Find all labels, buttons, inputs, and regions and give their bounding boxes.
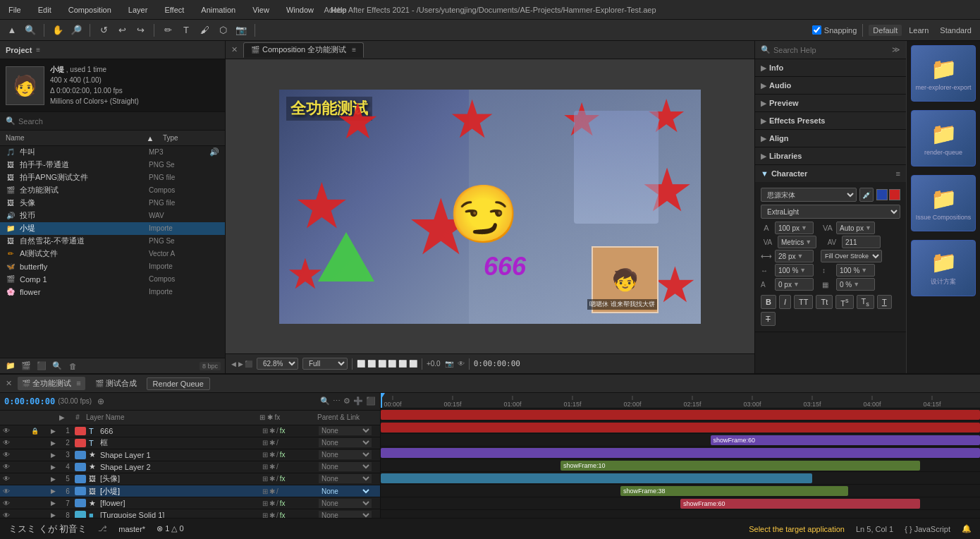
layer-6-expand[interactable]: ▶ (51, 487, 61, 495)
file-item-flower[interactable]: 🌸 flower Importe (0, 286, 225, 298)
tool-shape[interactable]: ⬡ (215, 23, 231, 38)
layer-2-expand[interactable]: ▶ (51, 440, 61, 447)
character-menu[interactable]: ≡ (896, 169, 900, 178)
baseline-value[interactable]: 0 px ▼ (775, 278, 814, 291)
tracking-value[interactable]: 211 (842, 236, 881, 248)
layer-1-expand[interactable]: ▶ (51, 428, 61, 435)
error-count[interactable]: ⊗ 1 △ 0 (157, 524, 183, 533)
tl-playhead[interactable] (381, 393, 382, 408)
new-solid-btn[interactable]: ⬛ (35, 360, 48, 373)
tl-bar-1[interactable] (381, 410, 980, 420)
comp-tab-active[interactable]: 🎬 Composition 全功能测试 ≡ (243, 42, 364, 58)
tool-brush[interactable]: 🖌 (197, 23, 212, 38)
layer-7-expand[interactable]: ▶ (51, 499, 61, 507)
tl-box-btn[interactable]: ⬛ (366, 396, 376, 406)
font-family-select[interactable]: 思源宋体 (761, 188, 857, 202)
align-section-header[interactable]: ▶ Align (755, 130, 906, 147)
timeline-tab-alt[interactable]: 🎬 测试合成 (91, 377, 141, 390)
character-section-header[interactable]: ▼ Character ≡ (755, 165, 906, 182)
layer-5-expand[interactable]: ▶ (51, 476, 61, 483)
menu-effect[interactable]: Effect (161, 4, 187, 16)
file-item-小堤[interactable]: 📁 小堤 Importe (0, 222, 225, 235)
comp-tab-close-btn[interactable]: ✕ (231, 45, 238, 54)
workspace-default[interactable]: Default (869, 25, 902, 36)
folder-item-export[interactable]: 📁 mer-explorer-export (911, 45, 976, 102)
tl-tab-menu[interactable]: ≡ (76, 379, 80, 387)
layer-6-vis[interactable]: 👁 (1, 487, 11, 495)
libraries-section-header[interactable]: ▶ Libraries (755, 147, 906, 164)
menu-file[interactable]: File (6, 4, 24, 16)
metrics-select-value[interactable]: Metrics ▼ (778, 236, 816, 248)
bold-btn[interactable]: B (761, 295, 776, 309)
find-btn[interactable]: 🔍 (51, 360, 63, 373)
tl-bar-4[interactable] (381, 448, 980, 458)
new-comp-btn[interactable]: 🎬 (20, 360, 32, 373)
layer-row-7[interactable]: 👁 ▶ 7 ★ [flower] ⊞✱/fx None (0, 497, 380, 509)
zoom-select[interactable]: 62.8% 100% 50% 25% (257, 358, 298, 370)
file-item-ai[interactable]: ✏ AI测试文件 Vector A (0, 248, 225, 260)
layer-4-expand[interactable]: ▶ (51, 464, 61, 471)
file-item-apng[interactable]: 🖼 拍手APNG测试文件 PNG file (0, 171, 225, 184)
file-item-投币[interactable]: 🔊 投币 WAV (0, 210, 225, 222)
search-help-input[interactable] (773, 46, 889, 54)
tl-bar-5[interactable]: showFrame:10 (561, 461, 920, 471)
tl-bar-7[interactable]: showFrame:38 (620, 486, 848, 496)
layer-row-1[interactable]: 👁 🔒 ▶ 1 T 666 ⊞✱/fx None (0, 425, 380, 437)
line-spacing-value[interactable]: 28 px ▼ (775, 250, 814, 262)
workspace-standard[interactable]: Standard (936, 25, 976, 36)
fx-section-header[interactable]: ▶ Effects Presets (755, 112, 906, 129)
layer-4-parent-select[interactable]: None (319, 462, 372, 471)
font-size-value[interactable]: 100 px ▼ (775, 222, 814, 234)
folder-item-render[interactable]: 📁 render-queue (911, 110, 976, 166)
project-panel-options[interactable]: ≡ (36, 46, 40, 54)
subscript-btn[interactable]: Ts (857, 295, 874, 309)
fill-style-select[interactable]: Fill Over Stroke (821, 250, 882, 262)
fill-color-swatch[interactable] (876, 189, 888, 200)
layer-1-parent-select[interactable]: None (319, 426, 372, 435)
layer-2-parent-select[interactable]: None (319, 438, 372, 447)
menu-window[interactable]: Window (283, 4, 317, 16)
layer-row-6[interactable]: 👁 ▶ 6 🖼 [小堤] ⊞✱/ None (0, 485, 380, 497)
preview-section-header[interactable]: ▶ Preview (755, 95, 906, 111)
tl-bar-2[interactable] (381, 423, 980, 432)
tool-search[interactable]: 🔍 (23, 23, 38, 38)
tsume-value[interactable]: 0 % ▼ (836, 278, 875, 291)
tl-close-btn[interactable]: ✕ (6, 379, 12, 388)
comp-tab-close[interactable]: ≡ (352, 46, 356, 54)
layer-row-3[interactable]: 👁 ▶ 3 ★ Shape Layer 1 ⊞✱/fx None (0, 449, 380, 461)
small-cap-btn[interactable]: Tt (816, 295, 833, 309)
git-branch[interactable]: master* (118, 525, 145, 533)
superscript-btn[interactable]: Ts (835, 295, 853, 309)
folder-item-issue[interactable]: 📁 Issue Compositions (911, 175, 976, 231)
layer-6-parent-select[interactable]: None (319, 487, 372, 496)
bell-icon[interactable]: 🔔 (962, 524, 972, 533)
tl-search-btn[interactable]: 🔍 (320, 396, 330, 406)
menu-layer[interactable]: Layer (125, 4, 151, 16)
audio-section-header[interactable]: ▶ Audio (755, 77, 906, 94)
tool-camera[interactable]: 📷 (233, 23, 249, 38)
layer-2-vis[interactable]: 👁 (1, 439, 11, 447)
folder-item-design[interactable]: 📁 设计方案 (911, 240, 976, 296)
layer-7-parent-select[interactable]: None (319, 499, 372, 508)
layer-row-2[interactable]: 👁 ▶ 2 T 框 ⊞✱/ None (0, 437, 380, 449)
file-item-头像[interactable]: 🖼 头像 PNG file (0, 197, 225, 210)
file-item-雪花[interactable]: 🖼 自然雪花-不带通道 PNG Se (0, 235, 225, 248)
strikethrough-btn[interactable]: T (761, 312, 776, 326)
layer-4-vis[interactable]: 👁 (1, 463, 11, 471)
workspace-learn[interactable]: Learn (905, 25, 933, 36)
tool-redo[interactable]: ↪ (133, 23, 148, 38)
file-item-牛叫[interactable]: 🎵 牛叫 MP3 🔊 (0, 146, 225, 159)
layer-row-5[interactable]: 👁 ▶ 5 🖼 [头像] ⊞✱/fx None (0, 473, 380, 485)
info-section-header[interactable]: ▶ Info (755, 59, 906, 76)
underline-btn[interactable]: T (877, 295, 892, 309)
scale-h-value[interactable]: 100 % ▼ (775, 264, 814, 277)
tl-navigate-btn[interactable]: ⊕ (97, 396, 104, 406)
menu-edit[interactable]: Edit (35, 4, 54, 16)
font-weight-select[interactable]: ExtraLight (761, 205, 900, 219)
layer-3-parent-select[interactable]: None (319, 450, 372, 459)
layer-5-vis[interactable]: 👁 (1, 475, 11, 483)
tool-rotate[interactable]: ↺ (96, 23, 111, 38)
resolution-select[interactable]: Full Half Quarter (302, 358, 348, 370)
layer-5-parent-select[interactable]: None (319, 474, 372, 483)
layer-1-lock[interactable]: 🔒 (31, 428, 41, 435)
